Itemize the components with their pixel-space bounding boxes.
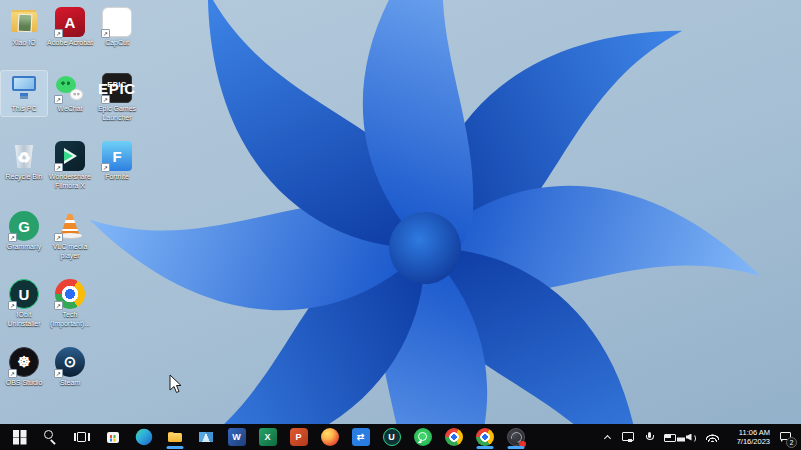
battery-icon [664, 434, 677, 441]
vlc-media-player-icon [55, 211, 85, 241]
taskbar-search-button[interactable] [35, 424, 66, 450]
taskbar-chrome-profile-2[interactable] [469, 424, 500, 450]
start-button-icon [11, 428, 29, 446]
taskbar-microsoft-store[interactable] [97, 424, 128, 450]
taskbar-pinned-apps [4, 424, 531, 450]
obs-studio-icon [9, 347, 39, 377]
hidden-icons-chevron-icon [603, 433, 611, 441]
volume-icon [686, 432, 697, 442]
recycle-bin-icon [9, 141, 39, 171]
windows-bloom-wallpaper [0, 0, 801, 424]
taskbar-task-view-button[interactable] [66, 424, 97, 450]
tray-network-wifi[interactable] [705, 429, 719, 445]
shortcut-arrow-icon [54, 163, 63, 172]
tray-volume[interactable] [684, 429, 698, 445]
chrome-icon [445, 428, 463, 446]
shortcut-arrow-icon [101, 29, 110, 38]
desktop-icon-xiao-io[interactable]: Xiao IO [1, 5, 47, 50]
system-tray: 11:06 AM 7/16/2023 2 [600, 428, 797, 446]
taskbar-firefox[interactable] [314, 424, 345, 450]
taskbar-excel[interactable] [252, 424, 283, 450]
desktop-icon-grammarly[interactable]: Grammarly [1, 209, 47, 254]
desktop-icon-label: CapCut [105, 39, 129, 48]
taskbar-start-button[interactable] [4, 424, 35, 450]
desktop-icon-obs-studio[interactable]: OBS Studio [1, 345, 47, 390]
taskbar-word[interactable] [221, 424, 252, 450]
chrome-profile-2-icon [476, 428, 494, 446]
taskbar-whatsapp[interactable] [407, 424, 438, 450]
taskbar-iobit-uninstaller[interactable] [376, 424, 407, 450]
shortcut-arrow-icon [54, 301, 63, 310]
taskbar-chrome[interactable] [438, 424, 469, 450]
desktop-icon-wondershare-filmora-x[interactable]: Wondershare Filmora X [47, 139, 93, 192]
tech-important-icon [55, 279, 85, 309]
capcut-icon [102, 7, 132, 37]
file-explorer-icon [166, 428, 184, 446]
iobit-uninstaller-icon [9, 279, 39, 309]
mouse-cursor [169, 374, 183, 394]
taskbar-mail[interactable] [190, 424, 221, 450]
network-wifi-icon [706, 433, 719, 442]
desktop-icon-label: Grammarly [7, 243, 42, 252]
desktop-icon-label: OBS Studio [6, 379, 43, 388]
desktop-icon-steam[interactable]: Steam [47, 345, 93, 390]
desktop-icon-label: Fortnite [105, 173, 129, 182]
taskbar-screen-recorder[interactable] [500, 424, 531, 450]
xiao-io-icon [9, 7, 39, 37]
teamviewer-icon [352, 428, 370, 446]
shortcut-arrow-icon [101, 163, 110, 172]
mail-icon [197, 428, 215, 446]
clock[interactable]: 11:06 AM 7/16/2023 [726, 428, 770, 446]
iobit-uninstaller-icon [383, 428, 401, 446]
this-pc-icon [9, 73, 39, 103]
desktop-icon-wechat[interactable]: WeChat [47, 71, 93, 116]
microphone-icon [645, 432, 653, 443]
desktop-icon-vlc-media-player[interactable]: VLC media player [47, 209, 93, 262]
tray-cast-display[interactable] [621, 429, 635, 445]
desktop-icon-recycle-bin[interactable]: Recycle Bin [1, 139, 47, 184]
excel-icon [259, 428, 277, 446]
shortcut-arrow-icon [8, 369, 17, 378]
powerpoint-icon [290, 428, 308, 446]
search-button-icon [42, 428, 60, 446]
shortcut-arrow-icon [54, 233, 63, 242]
clock-time: 11:06 AM [726, 428, 770, 437]
action-center-button[interactable]: 2 [777, 430, 794, 445]
shortcut-arrow-icon [54, 369, 63, 378]
wondershare-filmora-x-icon [55, 141, 85, 171]
microsoft-edge-icon [135, 429, 152, 446]
desktop-icon-this-pc[interactable]: This PC [1, 71, 47, 116]
adobe-acrobat-icon [55, 7, 85, 37]
tray-hidden-icons-chevron[interactable] [600, 429, 614, 445]
word-icon [228, 428, 246, 446]
desktop-icon-label: IObit Uninstaller [1, 311, 47, 328]
desktop-icon-epic-games-launcher[interactable]: Epic Games Launcher [94, 71, 140, 124]
taskbar-microsoft-edge[interactable] [128, 424, 159, 450]
notification-badge: 2 [786, 437, 797, 448]
cast-display-icon [622, 432, 634, 442]
grammarly-icon [9, 211, 39, 241]
taskbar-file-explorer[interactable] [159, 424, 190, 450]
clock-date: 7/16/2023 [726, 437, 770, 446]
desktop-icon-tech-important[interactable]: Tech (Important)... [47, 277, 93, 330]
desktop-icon-iobit-uninstaller[interactable]: IObit Uninstaller [1, 277, 47, 330]
whatsapp-icon [414, 428, 432, 446]
desktop-icon-label: WeChat [57, 105, 82, 114]
thispc-icon-art [9, 73, 39, 103]
recycle-icon-art [9, 141, 39, 171]
taskbar-powerpoint[interactable] [283, 424, 314, 450]
epic-games-launcher-icon [102, 73, 132, 103]
tray-microphone[interactable] [642, 429, 656, 445]
taskbar-teamviewer[interactable] [345, 424, 376, 450]
desktop: Xiao IOAdobe AcrobatCapCutThis PCWeChatE… [0, 0, 801, 424]
desktop-icon-fortnite[interactable]: Fortnite [94, 139, 140, 184]
steam-icon [55, 347, 85, 377]
desktop-icon-capcut[interactable]: CapCut [94, 5, 140, 50]
desktop-icon-label: Steam [60, 379, 80, 388]
tray-battery[interactable] [663, 429, 677, 445]
desktop-icon-label: Adobe Acrobat [47, 39, 93, 48]
desktop-icon-adobe-acrobat[interactable]: Adobe Acrobat [47, 5, 93, 50]
microsoft-store-icon [104, 428, 122, 446]
fortnite-icon [102, 141, 132, 171]
screen-recorder-icon [507, 428, 525, 446]
